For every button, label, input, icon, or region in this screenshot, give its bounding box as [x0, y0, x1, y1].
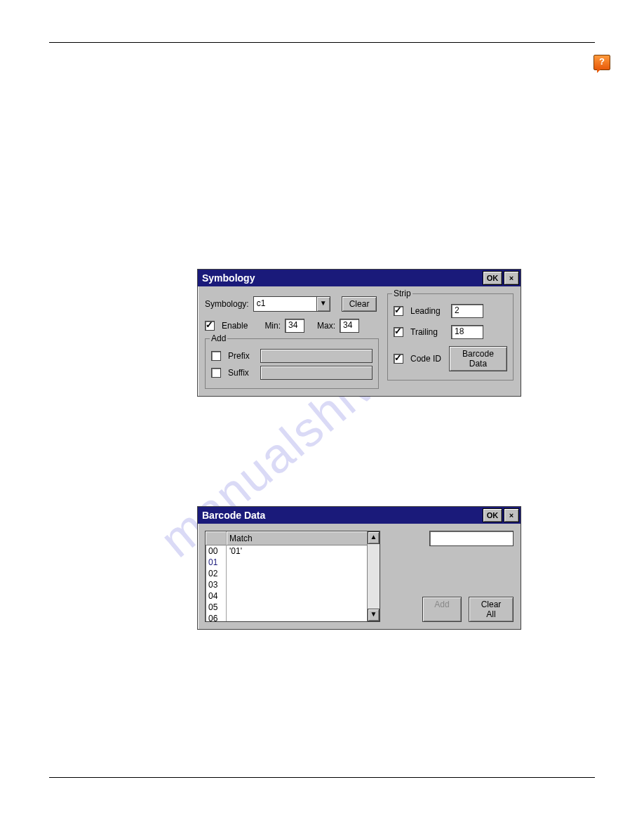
suffix-label: Suffix	[228, 368, 256, 378]
min-label: Min:	[264, 321, 281, 331]
help-icon[interactable]: ?	[593, 55, 610, 70]
min-input[interactable]: 34	[285, 319, 304, 333]
barcode-title: Barcode Data	[202, 507, 265, 524]
codeid-checkbox[interactable]	[394, 354, 403, 364]
list-match-header: Match	[227, 531, 367, 545]
strip-group-legend: Strip	[392, 289, 412, 298]
symbology-combo-value[interactable]: c1	[253, 296, 316, 312]
scroll-up-icon[interactable]: ▲	[368, 531, 380, 544]
barcode-close-button[interactable]: ×	[504, 508, 519, 522]
symbology-window: Symbology OK × Symbology: c1 ▼ Clear En	[197, 269, 521, 397]
add-group-legend: Add	[210, 333, 227, 343]
page-top-divider	[49, 42, 595, 43]
prefix-checkbox[interactable]	[211, 351, 221, 361]
max-label: Max:	[317, 321, 335, 331]
chevron-down-icon[interactable]: ▼	[316, 296, 330, 312]
symbology-title: Symbology	[202, 270, 255, 286]
trailing-label: Trailing	[410, 327, 447, 337]
list-row-index[interactable]: 06	[206, 613, 226, 624]
list-row-index[interactable]: 05	[206, 602, 226, 613]
add-button[interactable]: Add	[422, 597, 462, 622]
leading-checkbox[interactable]	[394, 306, 403, 316]
page-bottom-divider	[49, 777, 595, 778]
max-input[interactable]: 34	[340, 319, 359, 333]
list-scrollbar[interactable]: ▲ ▼	[367, 531, 380, 621]
codeid-label: Code ID	[410, 354, 445, 364]
list-row-index[interactable]: 02	[206, 568, 226, 579]
add-group: Add Prefix Suffix	[205, 338, 379, 389]
trailing-checkbox[interactable]	[394, 327, 403, 337]
scroll-down-icon[interactable]: ▼	[368, 609, 380, 621]
list-row-match[interactable]	[227, 590, 367, 602]
barcode-input[interactable]	[429, 531, 514, 546]
symbology-ok-button[interactable]: OK	[483, 271, 502, 285]
list-row-match[interactable]	[227, 568, 367, 579]
prefix-input[interactable]	[260, 349, 373, 363]
clear-all-button[interactable]: Clear All	[469, 597, 514, 622]
symbology-title-bar: Symbology OK ×	[198, 270, 521, 286]
list-row-index[interactable]: 03	[206, 579, 226, 590]
symbology-close-button[interactable]: ×	[504, 271, 519, 285]
barcode-list[interactable]: 00010203040506 Match '01' ▲ ▼	[205, 531, 380, 622]
suffix-checkbox[interactable]	[211, 368, 221, 378]
enable-label: Enable	[222, 321, 248, 331]
strip-group: Strip Leading 2 Trailing 18 Code ID	[387, 293, 514, 380]
list-row-index[interactable]: 00	[206, 545, 226, 557]
enable-checkbox[interactable]	[205, 321, 215, 331]
list-row-match[interactable]: '01'	[227, 545, 367, 557]
list-row-match[interactable]	[227, 557, 367, 568]
list-row-match[interactable]	[227, 579, 367, 590]
barcode-data-button[interactable]: Barcode Data	[449, 346, 507, 371]
list-row-index[interactable]: 04	[206, 590, 226, 602]
leading-label: Leading	[410, 306, 447, 316]
barcode-window: Barcode Data OK × 00010203040506 Match '…	[197, 506, 521, 630]
list-row-match[interactable]	[227, 602, 367, 613]
suffix-input[interactable]	[260, 366, 373, 380]
leading-input[interactable]: 2	[451, 304, 483, 318]
barcode-ok-button[interactable]: OK	[483, 508, 502, 522]
clear-button[interactable]: Clear	[342, 296, 377, 312]
prefix-label: Prefix	[228, 351, 256, 361]
list-row-index[interactable]: 01	[206, 557, 226, 568]
list-index-header	[206, 531, 226, 545]
barcode-title-bar: Barcode Data OK ×	[198, 507, 521, 524]
symbology-combo[interactable]: c1 ▼	[253, 296, 330, 312]
trailing-input[interactable]: 18	[451, 325, 483, 339]
list-row-match[interactable]	[227, 613, 367, 624]
symbology-label: Symbology:	[205, 299, 249, 309]
